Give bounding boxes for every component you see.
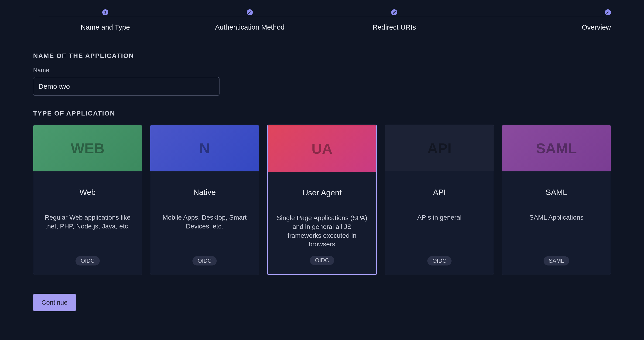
card-title: Web (80, 188, 96, 197)
card-header: WEB (33, 125, 142, 171)
step-indicator-1: 1 (102, 9, 108, 15)
name-section-heading: NAME OF THE APPLICATION (33, 52, 611, 60)
step-indicator-4 (605, 9, 611, 15)
card-title: User Agent (302, 188, 342, 197)
name-field-label: Name (33, 67, 611, 74)
card-header: API (385, 125, 494, 171)
application-name-input[interactable] (33, 77, 220, 96)
card-badge: OIDC (192, 256, 217, 266)
card-title: API (433, 188, 446, 197)
pencil-icon (392, 10, 396, 14)
card-header: N (150, 125, 259, 171)
step-number: 1 (104, 10, 106, 14)
step-label: Overview (582, 23, 611, 31)
step-indicator-3 (391, 9, 397, 15)
card-description: Single Page Applications (SPA) and in ge… (276, 214, 368, 249)
app-type-card-web[interactable]: WEB Web Regular Web applications like .n… (33, 125, 142, 275)
card-title: SAML (546, 188, 567, 197)
card-description: SAML Applications (529, 213, 584, 249)
continue-button[interactable]: Continue (33, 294, 76, 311)
stepper: 1 Name and Type Authentication Method Re… (33, 9, 611, 31)
step-name-and-type[interactable]: 1 Name and Type (33, 9, 178, 31)
step-authentication-method[interactable]: Authentication Method (178, 9, 322, 31)
card-header: SAML (502, 125, 611, 171)
app-type-card-api[interactable]: API API APIs in general OIDC (385, 125, 494, 275)
card-title: Native (194, 188, 216, 197)
step-label: Name and Type (80, 23, 130, 31)
step-redirect-uris[interactable]: Redirect URIs (322, 9, 466, 31)
step-indicator-2 (247, 9, 253, 15)
app-type-card-user-agent[interactable]: UA User Agent Single Page Applications (… (267, 125, 377, 275)
app-type-card-saml[interactable]: SAML SAML SAML Applications SAML (502, 125, 611, 275)
card-badge: OIDC (310, 256, 334, 265)
card-header: UA (268, 125, 376, 172)
application-type-cards: WEB Web Regular Web applications like .n… (33, 125, 611, 275)
app-type-card-native[interactable]: N Native Mobile Apps, Desktop, Smart Dev… (150, 125, 259, 275)
card-description: Mobile Apps, Desktop, Smart Devices, etc… (158, 213, 251, 249)
pencil-icon (248, 10, 252, 14)
step-label: Authentication Method (215, 23, 285, 31)
card-description: Regular Web applications like .net, PHP,… (41, 213, 134, 249)
card-badge: SAML (544, 256, 569, 266)
card-badge: OIDC (427, 256, 452, 266)
step-label: Redirect URIs (372, 23, 416, 31)
step-overview[interactable]: Overview (466, 9, 611, 31)
type-section-heading: TYPE OF APPLICATION (33, 110, 611, 117)
card-badge: OIDC (76, 256, 100, 266)
pencil-icon (606, 10, 610, 14)
card-description: APIs in general (417, 213, 462, 249)
